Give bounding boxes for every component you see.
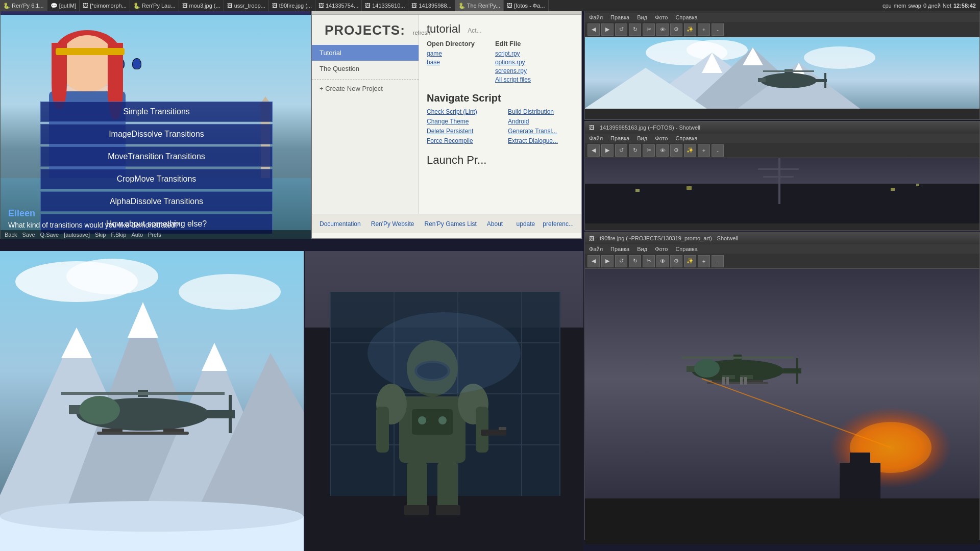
nav-check-script[interactable]: Check Script (Lint) [427, 108, 493, 115]
taskbar-item-renpy-app[interactable]: 🐍 Ren'Py 6.1... [0, 0, 47, 11]
menu-file-3[interactable]: Файл [589, 246, 603, 252]
tool-redeye[interactable]: 👁 [656, 23, 669, 36]
tool-next[interactable]: ▶ [601, 23, 614, 36]
open-game-link[interactable]: game [427, 50, 475, 57]
menu-view-2[interactable]: Вид [637, 135, 647, 141]
tool-enhance[interactable]: ✨ [684, 23, 696, 36]
edit-options-rpy[interactable]: options.rpy [495, 59, 531, 66]
tool-rotate-l[interactable]: ↺ [615, 23, 627, 36]
edit-all-scripts[interactable]: All script files [495, 76, 531, 83]
nav-build-dist[interactable]: Build Distribution [508, 108, 574, 115]
tool3-crop[interactable]: ✂ [643, 255, 655, 267]
footer-update[interactable]: update [517, 220, 535, 228]
project-item-tutorial[interactable]: Tutorial [312, 45, 419, 61]
control-qsave[interactable]: Q.Save [40, 232, 59, 238]
tool2-zoom-out[interactable]: - [712, 144, 724, 157]
control-save[interactable]: Save [22, 232, 35, 238]
simple-transitions-button[interactable]: Simple Transitions [40, 102, 273, 122]
dialogue-box: Eileen What kind of transitions would yo… [1, 203, 311, 234]
taskbar-item-mou3jpg[interactable]: 🖼 mou3.jpg (... [179, 0, 224, 11]
taskbar-item-id1[interactable]: 🖼 141335754... [315, 0, 362, 11]
tool-zoom-in[interactable]: + [698, 23, 710, 36]
menu-view-3[interactable]: Вид [637, 246, 647, 252]
tool3-rotate-r[interactable]: ↻ [629, 255, 641, 267]
taskbar-item-id2[interactable]: 🖼 141335610... [362, 0, 408, 11]
tool3-enhance[interactable]: ✨ [684, 255, 696, 267]
open-base-link[interactable]: base [427, 59, 475, 66]
footer-renpy-website[interactable]: Ren'Py Website [371, 220, 414, 228]
menu-file-2[interactable]: Файл [589, 135, 603, 141]
menu-help-3[interactable]: Справка [675, 246, 697, 252]
svg-rect-27 [585, 498, 979, 544]
tool-zoom-out[interactable]: - [712, 23, 724, 36]
tool-adjust[interactable]: ⚙ [670, 23, 682, 36]
tool2-rotate-r[interactable]: ↻ [629, 144, 641, 157]
tool2-prev[interactable]: ◀ [587, 144, 600, 157]
svg-rect-12 [758, 78, 766, 82]
movetransition-button[interactable]: MoveTransition Transitions [40, 146, 273, 167]
taskbar-item-renpy-lau[interactable]: 🐍 Ren'Py Lau... [130, 0, 179, 11]
tool3-rotate-l[interactable]: ↺ [615, 255, 627, 267]
menu-file-1[interactable]: Файл [589, 14, 603, 20]
taskbar-item-id3[interactable]: 🖼 141395988... [408, 0, 455, 11]
taskbar-item-qutim[interactable]: 💬 [qutIM] [47, 0, 80, 11]
nav-android[interactable]: Android [508, 118, 574, 125]
taskbar-item-t90fire[interactable]: 🖼 t90fire.jpg (... [269, 0, 315, 11]
tool-prev[interactable]: ◀ [587, 23, 600, 36]
tool2-rotate-l[interactable]: ↺ [615, 144, 627, 157]
project-item-the-question[interactable]: The Question [312, 61, 419, 77]
tool3-next[interactable]: ▶ [601, 255, 614, 267]
footer-games-list[interactable]: Ren'Py Games List [425, 220, 477, 228]
tool2-next[interactable]: ▶ [601, 144, 614, 157]
create-project-button[interactable]: + Create New Project [312, 79, 419, 97]
nav-delete-persist[interactable]: Delete Persistent [427, 128, 493, 135]
tool3-zoom-in[interactable]: + [698, 255, 710, 267]
menu-view-1[interactable]: Вид [637, 14, 647, 20]
tool3-redeye[interactable]: 👁 [656, 255, 669, 267]
menu-edit-1[interactable]: Правка [610, 14, 629, 20]
edit-script-rpy[interactable]: script.rpy [495, 50, 531, 57]
nav-gen-trans[interactable]: Generate Transl... [508, 128, 574, 135]
control-fskip[interactable]: F.Skip [111, 232, 126, 238]
nav-force-recompile[interactable]: Force Recompile [427, 137, 493, 144]
control-skip[interactable]: Skip [95, 232, 106, 238]
menu-photo-1[interactable]: Фото [655, 14, 668, 20]
tool3-prev[interactable]: ◀ [587, 255, 600, 267]
launch-title: Launch Pr... [427, 154, 486, 166]
char-eye-right [132, 58, 141, 69]
tool2-adjust[interactable]: ⚙ [670, 144, 682, 157]
menu-edit-3[interactable]: Правка [610, 246, 629, 252]
svg-rect-47 [840, 463, 880, 498]
imagedissolve-button[interactable]: ImageDissolve Transitions [40, 124, 273, 144]
control-prefs[interactable]: Prefs [148, 232, 161, 238]
menu-photo-2[interactable]: Фото [655, 135, 668, 141]
tool2-enhance[interactable]: ✨ [684, 144, 696, 157]
taskbar-item-ussr-troop[interactable]: 🖼 ussr_troop... [224, 0, 269, 11]
taskbar-item-fotos[interactable]: 🖼 [fotos - Фа... [504, 0, 548, 11]
menu-help-2[interactable]: Справка [675, 135, 697, 141]
svg-rect-94 [499, 427, 506, 430]
tool2-redeye[interactable]: 👁 [656, 144, 669, 157]
taskbar-item-cirnomorph[interactable]: 🖼 [*cirnomorph... [80, 0, 130, 11]
tool-rotate-r[interactable]: ↻ [629, 23, 641, 36]
footer-about[interactable]: About [487, 220, 503, 228]
menu-photo-3[interactable]: Фото [655, 246, 668, 252]
tool2-crop[interactable]: ✂ [643, 144, 655, 157]
edit-screens-rpy[interactable]: screens.rpy [495, 67, 531, 74]
menu-help-1[interactable]: Справка [675, 14, 697, 20]
control-auto[interactable]: Auto [131, 232, 143, 238]
nav-extract-dial[interactable]: Extract Dialogue... [508, 137, 574, 144]
tool2-zoom-in[interactable]: + [698, 144, 710, 157]
cropmove-button[interactable]: CropMove Transitions [40, 169, 273, 189]
footer-documentation[interactable]: Documentation [320, 220, 361, 228]
nav-change-theme[interactable]: Change Theme [427, 118, 493, 125]
taskbar-item-renpy-game[interactable]: 🐍 The Ren'Py... [455, 0, 504, 11]
footer-preferences[interactable]: preferenc... [543, 220, 574, 228]
tool3-adjust[interactable]: ⚙ [670, 255, 682, 267]
tool-crop[interactable]: ✂ [643, 23, 655, 36]
control-back[interactable]: Back [5, 232, 17, 238]
char-head [59, 35, 115, 91]
menu-edit-2[interactable]: Правка [610, 135, 629, 141]
svg-rect-66 [229, 395, 232, 433]
tool3-zoom-out[interactable]: - [712, 255, 724, 267]
